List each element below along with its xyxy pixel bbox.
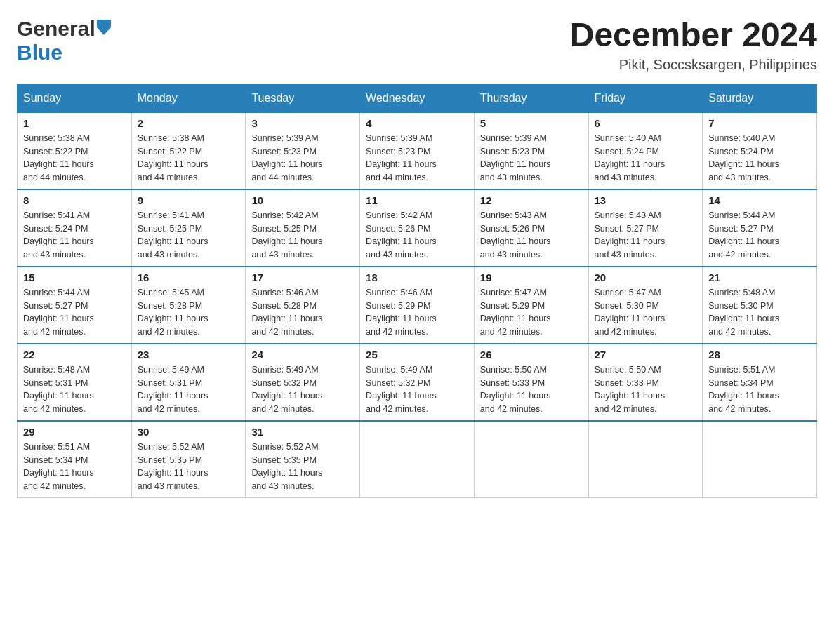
calendar-cell: 15Sunrise: 5:44 AMSunset: 5:27 PMDayligh…	[18, 267, 132, 344]
calendar-cell: 24Sunrise: 5:49 AMSunset: 5:32 PMDayligh…	[246, 344, 360, 421]
day-number: 13	[595, 194, 697, 206]
day-number: 21	[708, 271, 811, 283]
calendar-table: SundayMondayTuesdayWednesdayThursdayFrid…	[17, 84, 817, 499]
day-number: 19	[480, 271, 583, 283]
calendar-header-tuesday: Tuesday	[246, 84, 360, 112]
calendar-cell: 14Sunrise: 5:44 AMSunset: 5:27 PMDayligh…	[703, 189, 817, 267]
day-info: Sunrise: 5:51 AMSunset: 5:34 PMDaylight:…	[708, 363, 811, 416]
calendar-cell: 16Sunrise: 5:45 AMSunset: 5:28 PMDayligh…	[131, 267, 246, 344]
day-info: Sunrise: 5:39 AMSunset: 5:23 PMDaylight:…	[366, 132, 468, 185]
day-number: 11	[366, 194, 468, 206]
day-number: 24	[251, 349, 354, 361]
calendar-cell: 6Sunrise: 5:40 AMSunset: 5:24 PMDaylight…	[588, 112, 703, 189]
day-info: Sunrise: 5:44 AMSunset: 5:27 PMDaylight:…	[708, 209, 811, 262]
day-number: 28	[708, 349, 811, 361]
day-number: 26	[480, 349, 583, 361]
calendar-week-row: 1Sunrise: 5:38 AMSunset: 5:22 PMDaylight…	[18, 112, 817, 189]
day-info: Sunrise: 5:51 AMSunset: 5:34 PMDaylight:…	[23, 441, 126, 493]
calendar-header-monday: Monday	[131, 84, 246, 112]
day-info: Sunrise: 5:52 AMSunset: 5:35 PMDaylight:…	[138, 441, 240, 493]
day-number: 2	[138, 117, 240, 129]
day-number: 16	[138, 271, 240, 283]
calendar-cell: 4Sunrise: 5:39 AMSunset: 5:23 PMDaylight…	[360, 112, 475, 189]
day-number: 20	[595, 271, 697, 283]
day-info: Sunrise: 5:49 AMSunset: 5:31 PMDaylight:…	[138, 363, 240, 416]
day-number: 9	[138, 194, 240, 206]
calendar-cell: 29Sunrise: 5:51 AMSunset: 5:34 PMDayligh…	[18, 421, 132, 498]
day-number: 1	[23, 117, 126, 129]
logo: General Blue	[17, 17, 111, 65]
calendar-cell: 30Sunrise: 5:52 AMSunset: 5:35 PMDayligh…	[131, 421, 246, 498]
day-number: 14	[708, 194, 811, 206]
day-number: 4	[366, 117, 468, 129]
day-info: Sunrise: 5:49 AMSunset: 5:32 PMDaylight:…	[251, 363, 354, 416]
svg-marker-1	[97, 27, 111, 35]
day-info: Sunrise: 5:50 AMSunset: 5:33 PMDaylight:…	[595, 363, 697, 416]
day-number: 3	[251, 117, 354, 129]
day-info: Sunrise: 5:46 AMSunset: 5:28 PMDaylight:…	[251, 286, 354, 339]
day-number: 15	[23, 271, 126, 283]
day-number: 8	[23, 194, 126, 206]
calendar-cell: 1Sunrise: 5:38 AMSunset: 5:22 PMDaylight…	[18, 112, 132, 189]
calendar-cell: 22Sunrise: 5:48 AMSunset: 5:31 PMDayligh…	[18, 344, 132, 421]
day-info: Sunrise: 5:40 AMSunset: 5:24 PMDaylight:…	[708, 132, 811, 185]
calendar-cell: 11Sunrise: 5:42 AMSunset: 5:26 PMDayligh…	[360, 189, 475, 267]
day-number: 23	[138, 349, 240, 361]
day-info: Sunrise: 5:48 AMSunset: 5:31 PMDaylight:…	[23, 363, 126, 416]
calendar-week-row: 22Sunrise: 5:48 AMSunset: 5:31 PMDayligh…	[18, 344, 817, 421]
calendar-cell: 10Sunrise: 5:42 AMSunset: 5:25 PMDayligh…	[246, 189, 360, 267]
day-number: 29	[23, 426, 126, 438]
calendar-cell: 9Sunrise: 5:41 AMSunset: 5:25 PMDaylight…	[131, 189, 246, 267]
calendar-cell: 23Sunrise: 5:49 AMSunset: 5:31 PMDayligh…	[131, 344, 246, 421]
calendar-cell: 8Sunrise: 5:41 AMSunset: 5:24 PMDaylight…	[18, 189, 132, 267]
calendar-cell: 20Sunrise: 5:47 AMSunset: 5:30 PMDayligh…	[588, 267, 703, 344]
calendar-header-wednesday: Wednesday	[360, 84, 475, 112]
logo-blue-text: Blue	[17, 41, 62, 64]
calendar-cell: 25Sunrise: 5:49 AMSunset: 5:32 PMDayligh…	[360, 344, 475, 421]
calendar-cell	[588, 421, 703, 498]
calendar-cell: 13Sunrise: 5:43 AMSunset: 5:27 PMDayligh…	[588, 189, 703, 267]
calendar-cell: 19Sunrise: 5:47 AMSunset: 5:29 PMDayligh…	[474, 267, 588, 344]
calendar-cell: 27Sunrise: 5:50 AMSunset: 5:33 PMDayligh…	[588, 344, 703, 421]
calendar-week-row: 29Sunrise: 5:51 AMSunset: 5:34 PMDayligh…	[18, 421, 817, 498]
calendar-cell	[474, 421, 588, 498]
calendar-header-saturday: Saturday	[703, 84, 817, 112]
day-info: Sunrise: 5:39 AMSunset: 5:23 PMDaylight:…	[480, 132, 583, 185]
page-header: General Blue December 2024 Pikit, Soccsk…	[17, 17, 817, 73]
month-title: December 2024	[570, 17, 817, 54]
calendar-cell	[703, 421, 817, 498]
logo-flag-icon	[97, 20, 111, 35]
calendar-cell	[360, 421, 475, 498]
calendar-header-friday: Friday	[588, 84, 703, 112]
day-info: Sunrise: 5:45 AMSunset: 5:28 PMDaylight:…	[138, 286, 240, 339]
calendar-cell: 2Sunrise: 5:38 AMSunset: 5:22 PMDaylight…	[131, 112, 246, 189]
day-info: Sunrise: 5:47 AMSunset: 5:30 PMDaylight:…	[595, 286, 697, 339]
day-number: 30	[138, 426, 240, 438]
calendar-header-thursday: Thursday	[474, 84, 588, 112]
day-info: Sunrise: 5:42 AMSunset: 5:26 PMDaylight:…	[366, 209, 468, 262]
day-number: 12	[480, 194, 583, 206]
day-info: Sunrise: 5:38 AMSunset: 5:22 PMDaylight:…	[23, 132, 126, 185]
day-info: Sunrise: 5:43 AMSunset: 5:26 PMDaylight:…	[480, 209, 583, 262]
calendar-header-row: SundayMondayTuesdayWednesdayThursdayFrid…	[18, 84, 817, 112]
day-info: Sunrise: 5:41 AMSunset: 5:25 PMDaylight:…	[138, 209, 240, 262]
day-number: 22	[23, 349, 126, 361]
location-title: Pikit, Soccsksargen, Philippines	[570, 57, 817, 73]
calendar-cell: 5Sunrise: 5:39 AMSunset: 5:23 PMDaylight…	[474, 112, 588, 189]
day-info: Sunrise: 5:50 AMSunset: 5:33 PMDaylight:…	[480, 363, 583, 416]
day-info: Sunrise: 5:38 AMSunset: 5:22 PMDaylight:…	[138, 132, 240, 185]
day-number: 25	[366, 349, 468, 361]
calendar-cell: 18Sunrise: 5:46 AMSunset: 5:29 PMDayligh…	[360, 267, 475, 344]
day-info: Sunrise: 5:43 AMSunset: 5:27 PMDaylight:…	[595, 209, 697, 262]
day-number: 18	[366, 271, 468, 283]
calendar-cell: 28Sunrise: 5:51 AMSunset: 5:34 PMDayligh…	[703, 344, 817, 421]
day-info: Sunrise: 5:46 AMSunset: 5:29 PMDaylight:…	[366, 286, 468, 339]
day-info: Sunrise: 5:39 AMSunset: 5:23 PMDaylight:…	[251, 132, 354, 185]
calendar-cell: 26Sunrise: 5:50 AMSunset: 5:33 PMDayligh…	[474, 344, 588, 421]
calendar-week-row: 8Sunrise: 5:41 AMSunset: 5:24 PMDaylight…	[18, 189, 817, 267]
day-info: Sunrise: 5:48 AMSunset: 5:30 PMDaylight:…	[708, 286, 811, 339]
calendar-header-sunday: Sunday	[18, 84, 132, 112]
day-info: Sunrise: 5:40 AMSunset: 5:24 PMDaylight:…	[595, 132, 697, 185]
day-number: 6	[595, 117, 697, 129]
day-info: Sunrise: 5:52 AMSunset: 5:35 PMDaylight:…	[251, 441, 354, 493]
